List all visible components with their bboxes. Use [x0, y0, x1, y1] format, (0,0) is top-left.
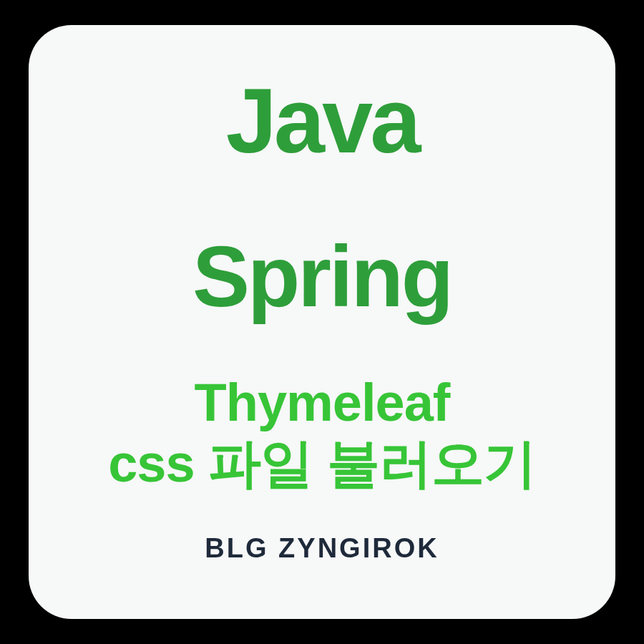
subtitle-line-2: css 파일 불러오기: [108, 433, 536, 494]
title-java: Java: [226, 68, 419, 173]
footer-credit: BLG ZYNGIROK: [205, 533, 439, 564]
title-spring: Spring: [192, 227, 452, 326]
thumbnail-card: Java Spring Thymeleaf css 파일 불러오기 BLG ZY…: [29, 25, 615, 619]
subtitle-line-1: Thymeleaf: [194, 372, 449, 433]
